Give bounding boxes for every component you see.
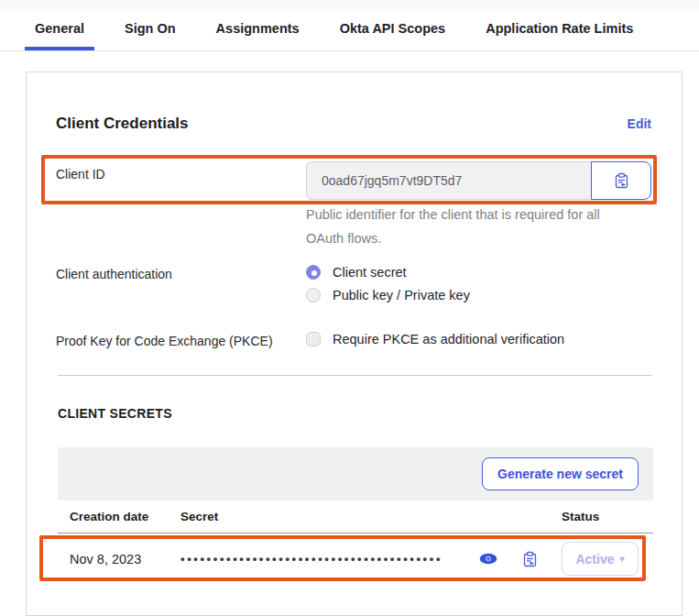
edit-link[interactable]: Edit [628, 116, 651, 131]
eye-icon[interactable] [479, 553, 497, 565]
tab-assignments[interactable]: Assignments [206, 9, 310, 50]
cell-creation-date: Nov 8, 2023 [70, 552, 180, 566]
copy-client-id-button[interactable] [591, 161, 651, 200]
radio-option-client-secret[interactable]: Client secret [306, 265, 470, 280]
table-toolbar: Generate new secret [58, 447, 653, 500]
tab-application-rate-limits[interactable]: Application Rate Limits [475, 9, 643, 50]
client-authentication-options: Client secret Public key / Private key [306, 265, 470, 302]
client-id-help-text: Public identifier for the client that is… [306, 203, 617, 250]
radio-unselected-icon[interactable] [306, 288, 321, 302]
radio-selected-icon[interactable] [306, 265, 321, 280]
status-dropdown-button[interactable]: Active ▾ [562, 542, 639, 576]
header-secret: Secret [180, 510, 562, 523]
copy-secret-button[interactable] [522, 551, 538, 567]
radio-option-label: Client secret [333, 265, 407, 280]
pkce-option-label: Require PKCE as additional verification [333, 332, 564, 346]
tab-general[interactable]: General [25, 9, 94, 50]
tab-okta-api-scopes[interactable]: Okta API Scopes [330, 9, 456, 50]
header-creation-date: Creation date [70, 510, 180, 523]
client-id-label: Client ID [56, 167, 105, 182]
section-title-client-credentials: Client Credentials [56, 115, 189, 133]
client-credentials-card: Client Credentials Edit Client ID Public… [26, 72, 683, 616]
status-label: Active [575, 552, 614, 566]
header-status: Status [562, 510, 653, 523]
pkce-checkbox[interactable] [306, 332, 321, 346]
tab-sign-on[interactable]: Sign On [115, 9, 186, 50]
cell-secret: •••••••••••••••••••••••••••••••••••••••• [180, 551, 562, 567]
masked-secret-value: •••••••••••••••••••••••••••••••••••••••• [180, 552, 475, 566]
client-authentication-label: Client authentication [56, 267, 172, 281]
pkce-option[interactable]: Require PKCE as additional verification [306, 332, 564, 346]
client-id-input-group [306, 161, 651, 200]
client-id-input[interactable] [306, 161, 592, 200]
tab-bar: General Sign On Assignments Okta API Sco… [0, 9, 699, 51]
radio-option-label: Public key / Private key [333, 288, 470, 302]
table-row: Nov 8, 2023 ••••••••••••••••••••••••••••… [58, 534, 653, 584]
chevron-down-icon: ▾ [620, 554, 625, 564]
top-strip [0, 0, 699, 9]
cell-status: Active ▾ [562, 542, 653, 576]
pkce-label: Proof Key for Code Exchange (PKCE) [56, 334, 273, 348]
okta-app-settings-page: General Sign On Assignments Okta API Sco… [0, 0, 699, 616]
client-secrets-table: Generate new secret Creation date Secret… [58, 447, 653, 584]
section-title-client-secrets: CLIENT SECRETS [58, 406, 172, 421]
generate-new-secret-button[interactable]: Generate new secret [482, 457, 639, 490]
radio-option-public-private-key[interactable]: Public key / Private key [306, 288, 470, 302]
table-header-row: Creation date Secret Status [58, 500, 653, 534]
clipboard-icon [522, 551, 538, 567]
clipboard-icon [614, 172, 629, 189]
section-divider [58, 375, 652, 376]
